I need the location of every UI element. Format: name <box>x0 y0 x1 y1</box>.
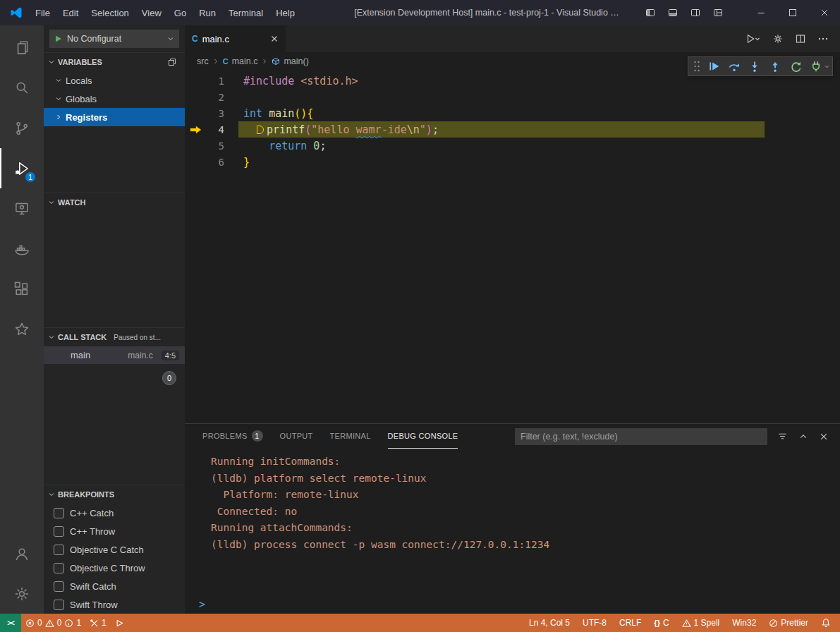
disconnect-button[interactable] <box>806 57 826 75</box>
menu-run[interactable]: Run <box>193 0 222 25</box>
debug-status[interactable] <box>111 614 128 632</box>
eol-status[interactable]: CRLF <box>613 614 647 632</box>
activity-explorer[interactable] <box>0 28 44 68</box>
checkbox[interactable] <box>54 526 64 537</box>
checkbox[interactable] <box>54 581 64 592</box>
breakpoints-header[interactable]: BREAKPOINTS <box>44 485 185 504</box>
panel-tab-debug-console[interactable]: DEBUG CONSOLE <box>388 424 458 449</box>
cursor-position[interactable]: Ln 4, Col 5 <box>523 614 576 632</box>
code-text[interactable]: } <box>243 154 250 170</box>
menu-selection[interactable]: Selection <box>85 0 135 25</box>
remote-indicator[interactable]: >< <box>0 614 21 632</box>
tools-status[interactable]: 1 <box>85 614 111 632</box>
breakpoint-item-swift-throw[interactable]: Swift Throw <box>44 595 185 614</box>
toggle-primary-sidebar-icon[interactable] <box>639 0 662 25</box>
close-button[interactable] <box>808 0 840 25</box>
debug-config-dropdown[interactable]: No Configurat <box>49 30 179 48</box>
checkbox[interactable] <box>54 508 64 518</box>
accounts-icon[interactable] <box>0 533 44 573</box>
variables-item-locals[interactable]: Locals <box>44 71 185 90</box>
panel-tab-terminal[interactable]: TERMINAL <box>330 424 371 449</box>
panel-tab-output[interactable]: OUTPUT <box>280 424 313 449</box>
activity-remote-explorer[interactable] <box>0 188 44 229</box>
customize-layout-icon[interactable] <box>707 0 729 25</box>
spell-status[interactable]: 1 Spell <box>676 614 726 632</box>
checkbox[interactable] <box>54 563 64 573</box>
breakpoint-gutter[interactable] <box>185 73 206 89</box>
step-into-button[interactable] <box>745 57 765 75</box>
current-line-arrow-icon[interactable] <box>185 121 206 138</box>
breakpoint-gutter[interactable] <box>185 89 206 105</box>
chevron-down-icon[interactable] <box>824 63 830 70</box>
line-number: 3 <box>206 108 224 119</box>
breakpoint-item-objective-c-throw[interactable]: Objective C Throw <box>44 559 185 577</box>
maximize-panel-icon[interactable] <box>798 432 808 442</box>
breadcrumb-folder[interactable]: src <box>197 56 209 66</box>
menu-edit[interactable]: Edit <box>56 0 85 25</box>
activity-run-and-debug[interactable]: 1 <box>0 148 44 188</box>
code-text[interactable]: return 0; <box>243 138 326 154</box>
notifications-bell-icon[interactable] <box>815 614 840 632</box>
breakpoint-gutter[interactable] <box>185 138 206 154</box>
checkbox[interactable] <box>54 545 64 555</box>
split-editor-icon[interactable] <box>795 33 806 44</box>
inline-breakpoint-icon[interactable] <box>257 126 264 134</box>
restart-button[interactable] <box>786 57 805 75</box>
stack-frame-row[interactable]: main main.c 4:5 <box>44 346 185 364</box>
code-editor[interactable]: 1#include <stdio.h>23int main(){4 printf… <box>185 70 840 423</box>
console-input-row[interactable]: > <box>185 595 840 614</box>
menu-file[interactable]: File <box>29 0 56 25</box>
breakpoint-gutter[interactable] <box>185 105 206 121</box>
menu-go[interactable]: Go <box>168 0 193 25</box>
activity-extensions[interactable] <box>0 269 44 309</box>
activity-docker[interactable] <box>0 229 44 269</box>
filter-lines-icon[interactable] <box>777 431 788 442</box>
activity-favorites[interactable] <box>0 309 44 349</box>
step-over-button[interactable] <box>724 57 744 75</box>
breadcrumb-file[interactable]: main.c <box>232 56 258 66</box>
activity-source-control[interactable] <box>0 108 44 148</box>
breakpoint-item-swift-catch[interactable]: Swift Catch <box>44 577 185 595</box>
toggle-panel-icon[interactable] <box>662 0 684 25</box>
settings-gear-icon[interactable] <box>0 573 44 614</box>
minimize-button[interactable] <box>745 0 777 25</box>
code-text[interactable]: printf("hello wamr-ide\n"); <box>238 121 765 138</box>
code-line-3: 3int main(){ <box>185 105 840 121</box>
code-text[interactable]: #include <stdio.h> <box>243 73 358 89</box>
checkbox[interactable] <box>54 600 64 610</box>
menu-terminal[interactable]: Terminal <box>222 0 269 25</box>
menu-help[interactable]: Help <box>269 0 301 25</box>
encoding-status[interactable]: UTF-8 <box>576 614 613 632</box>
close-tab-icon[interactable] <box>270 35 279 43</box>
maximize-button[interactable] <box>777 0 808 25</box>
variables-item-globals[interactable]: Globals <box>44 90 185 108</box>
panel-tab-problems[interactable]: PROBLEMS1 <box>202 424 263 449</box>
breakpoint-gutter[interactable] <box>185 154 206 170</box>
activity-search[interactable] <box>0 68 44 108</box>
copy-value-icon[interactable] <box>168 58 176 66</box>
close-panel-icon[interactable] <box>819 432 829 442</box>
drag-grip-icon[interactable] <box>690 57 703 75</box>
tab-main-c[interactable]: C main.c <box>185 25 286 52</box>
gear-icon[interactable] <box>772 33 784 44</box>
run-or-debug-button[interactable] <box>745 33 761 44</box>
console-filter-input[interactable] <box>515 428 767 445</box>
breakpoint-item-c-throw[interactable]: C++ Throw <box>44 522 185 540</box>
continue-button[interactable] <box>704 57 724 75</box>
language-mode[interactable]: {} C <box>647 614 675 632</box>
toggle-secondary-sidebar-icon[interactable] <box>684 0 707 25</box>
step-out-button[interactable] <box>765 57 785 75</box>
breakpoint-item-objective-c-catch[interactable]: Objective C Catch <box>44 540 185 559</box>
breakpoint-item-c-catch[interactable]: C++ Catch <box>44 504 185 522</box>
variables-item-registers[interactable]: Registers <box>44 108 185 126</box>
more-actions-icon[interactable] <box>817 33 829 44</box>
platform-status[interactable]: Win32 <box>726 614 762 632</box>
watch-header[interactable]: WATCH <box>44 193 185 212</box>
code-text[interactable]: int main(){ <box>243 105 313 121</box>
menu-view[interactable]: View <box>135 0 168 25</box>
call-stack-header[interactable]: CALL STACK Paused on st... <box>44 328 185 346</box>
problems-status[interactable]: 0 0 1 <box>21 614 85 632</box>
variables-header[interactable]: VARIABLES <box>44 53 185 71</box>
formatter-status[interactable]: Prettier <box>762 614 815 632</box>
breadcrumb-symbol[interactable]: main() <box>284 56 308 66</box>
